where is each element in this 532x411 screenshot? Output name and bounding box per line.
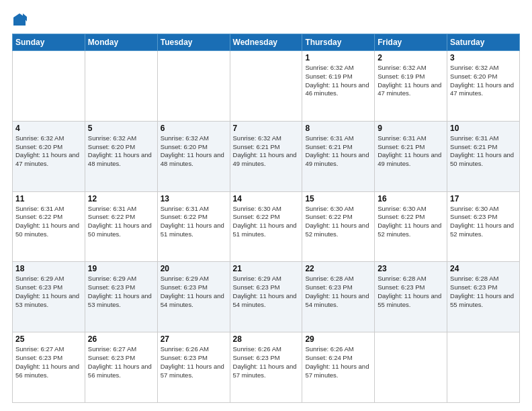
day-number: 1: [305, 53, 371, 62]
day-info: Sunrise: 6:29 AM Sunset: 6:23 PM Dayligh…: [161, 275, 227, 309]
day-info: Sunrise: 6:30 AM Sunset: 6:23 PM Dayligh…: [450, 205, 517, 239]
day-info: Sunrise: 6:31 AM Sunset: 6:22 PM Dayligh…: [161, 205, 227, 239]
calendar-cell: 26Sunrise: 6:27 AM Sunset: 6:23 PM Dayli…: [85, 332, 157, 403]
calendar-cell: 13Sunrise: 6:31 AM Sunset: 6:22 PM Dayli…: [157, 191, 230, 262]
calendar-cell: [230, 51, 302, 122]
calendar-cell: [447, 332, 520, 403]
day-number: 24: [450, 264, 517, 273]
calendar-header-friday: Friday: [375, 34, 447, 51]
day-info: Sunrise: 6:29 AM Sunset: 6:23 PM Dayligh…: [233, 275, 300, 309]
calendar-header-tuesday: Tuesday: [157, 34, 230, 51]
day-info: Sunrise: 6:30 AM Sunset: 6:22 PM Dayligh…: [305, 205, 371, 239]
day-info: Sunrise: 6:26 AM Sunset: 6:23 PM Dayligh…: [233, 345, 300, 379]
calendar-cell: 24Sunrise: 6:28 AM Sunset: 6:23 PM Dayli…: [447, 262, 520, 332]
calendar-header-saturday: Saturday: [447, 34, 520, 51]
calendar-week-1: 4Sunrise: 6:32 AM Sunset: 6:20 PM Daylig…: [13, 121, 520, 191]
calendar-cell: 8Sunrise: 6:31 AM Sunset: 6:21 PM Daylig…: [302, 121, 375, 191]
calendar-cell: 6Sunrise: 6:32 AM Sunset: 6:20 PM Daylig…: [157, 121, 230, 191]
day-info: Sunrise: 6:30 AM Sunset: 6:22 PM Dayligh…: [378, 205, 444, 239]
day-number: 19: [88, 264, 154, 273]
calendar-cell: 19Sunrise: 6:29 AM Sunset: 6:23 PM Dayli…: [85, 262, 157, 332]
calendar-cell: [85, 51, 157, 122]
day-info: Sunrise: 6:31 AM Sunset: 6:22 PM Dayligh…: [15, 205, 82, 239]
day-number: 14: [233, 194, 300, 203]
day-number: 21: [233, 264, 300, 273]
day-number: 5: [88, 124, 154, 133]
calendar-header-row: SundayMondayTuesdayWednesdayThursdayFrid…: [13, 34, 520, 51]
day-info: Sunrise: 6:29 AM Sunset: 6:23 PM Dayligh…: [15, 275, 82, 309]
day-number: 16: [378, 194, 444, 203]
day-info: Sunrise: 6:28 AM Sunset: 6:23 PM Dayligh…: [378, 275, 444, 309]
day-number: 7: [233, 124, 300, 133]
calendar-cell: 12Sunrise: 6:31 AM Sunset: 6:22 PM Dayli…: [85, 191, 157, 262]
calendar-header-monday: Monday: [85, 34, 157, 51]
day-number: 8: [305, 124, 371, 133]
day-info: Sunrise: 6:27 AM Sunset: 6:23 PM Dayligh…: [88, 345, 154, 379]
day-number: 2: [378, 53, 444, 62]
day-number: 20: [161, 264, 227, 273]
day-info: Sunrise: 6:31 AM Sunset: 6:21 PM Dayligh…: [305, 134, 371, 169]
day-number: 13: [161, 194, 227, 203]
calendar-cell: 17Sunrise: 6:30 AM Sunset: 6:23 PM Dayli…: [447, 191, 520, 262]
day-number: 25: [15, 334, 82, 344]
day-info: Sunrise: 6:26 AM Sunset: 6:23 PM Dayligh…: [161, 345, 227, 379]
day-number: 29: [305, 334, 371, 344]
calendar-cell: 25Sunrise: 6:27 AM Sunset: 6:23 PM Dayli…: [13, 332, 85, 403]
day-info: Sunrise: 6:28 AM Sunset: 6:23 PM Dayligh…: [305, 275, 371, 309]
day-info: Sunrise: 6:31 AM Sunset: 6:21 PM Dayligh…: [450, 134, 517, 169]
day-number: 12: [88, 194, 154, 203]
calendar-cell: [157, 51, 230, 122]
day-info: Sunrise: 6:32 AM Sunset: 6:19 PM Dayligh…: [378, 64, 444, 98]
day-info: Sunrise: 6:32 AM Sunset: 6:20 PM Dayligh…: [15, 134, 82, 169]
day-number: 22: [305, 264, 371, 273]
calendar-header-thursday: Thursday: [302, 34, 375, 51]
calendar-cell: 27Sunrise: 6:26 AM Sunset: 6:23 PM Dayli…: [157, 332, 230, 403]
calendar-cell: [13, 51, 85, 122]
day-info: Sunrise: 6:31 AM Sunset: 6:22 PM Dayligh…: [88, 205, 154, 239]
day-info: Sunrise: 6:31 AM Sunset: 6:21 PM Dayligh…: [378, 134, 444, 169]
day-number: 28: [233, 334, 300, 344]
day-number: 3: [450, 53, 517, 62]
calendar-week-2: 11Sunrise: 6:31 AM Sunset: 6:22 PM Dayli…: [13, 191, 520, 262]
calendar-cell: 11Sunrise: 6:31 AM Sunset: 6:22 PM Dayli…: [13, 191, 85, 262]
day-number: 23: [378, 264, 444, 273]
calendar-cell: 29Sunrise: 6:26 AM Sunset: 6:24 PM Dayli…: [302, 332, 375, 403]
calendar-cell: 15Sunrise: 6:30 AM Sunset: 6:22 PM Dayli…: [302, 191, 375, 262]
calendar-cell: [375, 332, 447, 403]
day-info: Sunrise: 6:32 AM Sunset: 6:19 PM Dayligh…: [305, 64, 371, 98]
day-number: 9: [378, 124, 444, 133]
calendar-cell: 18Sunrise: 6:29 AM Sunset: 6:23 PM Dayli…: [13, 262, 85, 332]
calendar-cell: 16Sunrise: 6:30 AM Sunset: 6:22 PM Dayli…: [375, 191, 447, 262]
calendar-cell: 28Sunrise: 6:26 AM Sunset: 6:23 PM Dayli…: [230, 332, 302, 403]
logo-icon: [12, 12, 27, 27]
calendar-cell: 5Sunrise: 6:32 AM Sunset: 6:20 PM Daylig…: [85, 121, 157, 191]
calendar-cell: 7Sunrise: 6:32 AM Sunset: 6:21 PM Daylig…: [230, 121, 302, 191]
calendar-cell: 9Sunrise: 6:31 AM Sunset: 6:21 PM Daylig…: [375, 121, 447, 191]
day-info: Sunrise: 6:29 AM Sunset: 6:23 PM Dayligh…: [88, 275, 154, 309]
calendar-cell: 1Sunrise: 6:32 AM Sunset: 6:19 PM Daylig…: [302, 51, 375, 122]
day-number: 10: [450, 124, 517, 133]
day-number: 27: [161, 334, 227, 344]
calendar-cell: 3Sunrise: 6:32 AM Sunset: 6:20 PM Daylig…: [447, 51, 520, 122]
calendar-header-wednesday: Wednesday: [230, 34, 302, 51]
day-info: Sunrise: 6:32 AM Sunset: 6:20 PM Dayligh…: [88, 134, 154, 169]
day-info: Sunrise: 6:32 AM Sunset: 6:21 PM Dayligh…: [233, 134, 300, 169]
calendar-cell: 10Sunrise: 6:31 AM Sunset: 6:21 PM Dayli…: [447, 121, 520, 191]
day-info: Sunrise: 6:28 AM Sunset: 6:23 PM Dayligh…: [450, 275, 517, 309]
day-number: 4: [15, 124, 82, 133]
day-info: Sunrise: 6:30 AM Sunset: 6:22 PM Dayligh…: [233, 205, 300, 239]
calendar-week-0: 1Sunrise: 6:32 AM Sunset: 6:19 PM Daylig…: [13, 51, 520, 122]
calendar-week-3: 18Sunrise: 6:29 AM Sunset: 6:23 PM Dayli…: [13, 262, 520, 332]
header: [12, 12, 520, 27]
day-number: 26: [88, 334, 154, 344]
day-number: 11: [15, 194, 82, 203]
day-info: Sunrise: 6:32 AM Sunset: 6:20 PM Dayligh…: [450, 64, 517, 98]
day-number: 18: [15, 264, 82, 273]
day-number: 15: [305, 194, 371, 203]
calendar-cell: 21Sunrise: 6:29 AM Sunset: 6:23 PM Dayli…: [230, 262, 302, 332]
logo: [12, 12, 30, 27]
calendar-header-sunday: Sunday: [13, 34, 85, 51]
calendar-cell: 22Sunrise: 6:28 AM Sunset: 6:23 PM Dayli…: [302, 262, 375, 332]
calendar: SundayMondayTuesdayWednesdayThursdayFrid…: [12, 34, 520, 403]
calendar-cell: 23Sunrise: 6:28 AM Sunset: 6:23 PM Dayli…: [375, 262, 447, 332]
